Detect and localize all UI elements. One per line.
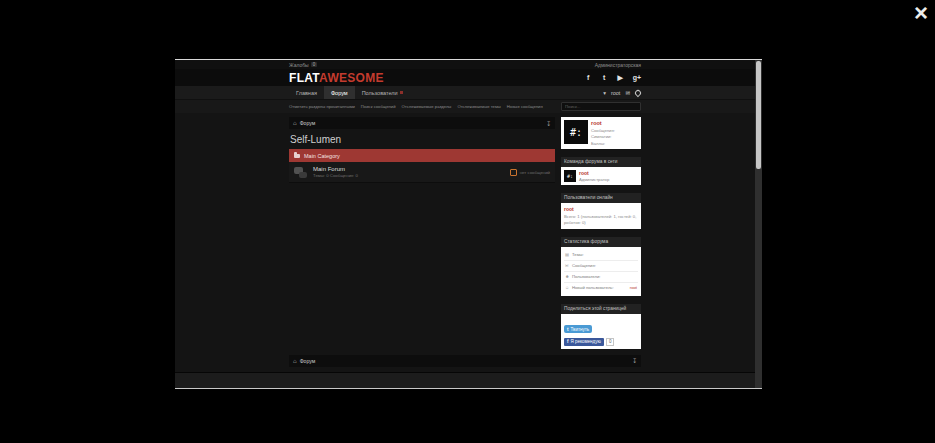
facebook-recommend-button[interactable]: f Я рекомендую [564,338,604,346]
share-icon[interactable]: ↧ [546,120,551,127]
share-page-card: t Твитнуть f Я рекомендую 0 [561,314,641,349]
visitor-messages-label: Сообщения: [591,128,615,133]
forum-link[interactable]: Main Forum [313,166,358,172]
user-menu[interactable]: root [611,90,620,96]
avatar[interactable]: #: [564,120,588,144]
online-username-link[interactable]: root [564,206,638,212]
staff-username-link[interactable]: root [579,170,609,176]
sub-navigation: Отметить разделы прочитанными Поиск сооб… [175,99,755,113]
topics-icon: ▤ [565,252,570,257]
share-page-header: Поделиться этой страницей [561,304,641,314]
visitor-likes-label: Симпатии: [591,134,615,139]
stat-row-users: ☻ Пользователи: [564,272,638,283]
facebook-share-count: 0 [606,338,615,346]
page-title: Self-Lumen [290,134,554,145]
forum-row[interactable]: Main Forum Темы: 0 Сообщения: 0 нет сооб… [289,162,555,183]
breadcrumb: ⌂ Форум ↧ [289,117,555,129]
new-posts-link[interactable]: Новые сообщения [507,104,543,109]
reports-link[interactable]: Жалобы [289,62,309,68]
googleplus-icon[interactable]: g+ [633,74,641,81]
site-logo[interactable]: FLATAWESOME [289,71,384,85]
facebook-button-label: Я рекомендую [571,339,601,344]
category-name: Main Category [304,153,340,159]
avatar[interactable]: #: [564,170,576,182]
twitter-icon[interactable]: t [601,74,608,81]
messages-icon: ✉ [565,263,570,268]
logo-awesome: AWESOME [319,71,384,85]
lastpost-label: нет сообщений [520,170,550,175]
scrollbar-thumb[interactable] [756,61,761,169]
location-icon[interactable] [634,88,642,96]
home-icon[interactable]: ⌂ [293,120,297,126]
users-online-card: root Всего: 1 (пользователей: 1, гостей:… [561,203,641,229]
stat-row-messages: ✉ Сообщения: [564,261,638,272]
users-online-header: Пользователи онлайн [561,193,641,203]
tweet-button[interactable]: t Твитнуть [564,325,592,333]
home-icon[interactable]: ⌂ [293,358,297,364]
watched-forums-link[interactable]: Отслеживаемые разделы [402,104,452,109]
stat-messages-label: Сообщения: [572,263,596,268]
stat-users-label: Пользователи: [572,274,601,279]
forum-stats-header: Статистика форума [561,237,641,247]
tab-home[interactable]: Главная [289,86,324,99]
stat-newest-user-link[interactable]: root [630,285,637,290]
forum-stats: Темы: 0 Сообщения: 0 [313,173,358,178]
tab-members-label: Пользователи [362,90,398,96]
stat-topics-label: Темы: [572,252,584,257]
staff-online-header: Команда форума в сети [561,157,641,167]
breadcrumb-bottom: ⌂ Форум ↧ [289,355,641,367]
forum-stats-card: ▤ Темы: ✉ Сообщения: ☻ Пользователи: [561,247,641,296]
forum-bubbles-icon [294,167,308,178]
breadcrumb-forum-link[interactable]: Форум [300,120,316,126]
no-posts-icon [510,169,517,176]
site-header: FLATAWESOME f t ▶ g+ [175,69,755,86]
stat-newest-user-label: Новый пользователь: [572,285,614,290]
admin-cp-link[interactable]: Администраторская [595,62,641,68]
facebook-icon: f [567,339,569,344]
visitor-username-link[interactable]: root [591,120,615,126]
main-content: ⌂ Форум ↧ Self-Lumen Main Category [289,113,641,388]
logo-flat: FLAT [289,71,319,85]
close-icon[interactable]: × [914,0,928,26]
share-icon[interactable]: ↧ [632,357,637,364]
youtube-icon[interactable]: ▶ [617,74,624,82]
category-header[interactable]: Main Category [289,149,555,162]
stat-row-newest-user: ☺ Новый пользователь: root [564,283,638,293]
sidebar: #: root Сообщения: Симпатии: Баллы: Кома… [561,117,641,349]
breadcrumb-forum-link[interactable]: Форум [300,358,316,364]
staff-role-label: Администратор [579,177,609,182]
moderator-bar: Жалобы 0 Администраторская [175,60,755,69]
search-input[interactable] [561,102,641,111]
search-posts-link[interactable]: Поиск сообщений [361,104,396,109]
folder-icon [294,154,300,158]
visitor-points-label: Баллы: [591,141,615,146]
members-dropdown-indicator [400,91,403,94]
forum-site-viewport: Жалобы 0 Администраторская FLATAWESOME f… [175,60,755,388]
forum-category: Main Category Main Forum Темы: 0 Сообщен… [289,149,555,183]
watched-threads-link[interactable]: Отслеживаемые темы [457,104,500,109]
chevron-down-icon: ▾ [603,90,606,96]
stat-row-topics: ▤ Темы: [564,250,638,261]
main-navigation: Главная Форум Пользователи ▾ root ✉ [175,86,755,99]
visitor-panel: #: root Сообщения: Симпатии: Баллы: [561,117,641,149]
inbox-icon[interactable]: ✉ [625,90,630,96]
new-user-icon: ☺ [565,285,570,290]
social-links: f t ▶ g+ [585,74,641,82]
mark-read-link[interactable]: Отметить разделы прочитанными [289,104,355,109]
twitter-icon: t [567,327,569,332]
staff-online-card: #: root Администратор [561,167,641,185]
users-icon: ☻ [565,274,570,279]
online-summary: Всего: 1 (пользователей: 1, гостей: 0, р… [564,214,638,226]
tweet-button-label: Твитнуть [571,327,590,332]
tab-forum[interactable]: Форум [324,86,355,99]
window-bottom-band [175,372,755,388]
browser-page: Жалобы 0 Администраторская FLATAWESOME f… [175,59,762,389]
tab-members[interactable]: Пользователи [355,86,410,99]
reports-count-badge: 0 [311,62,318,67]
scrollbar[interactable] [755,60,762,388]
facebook-icon[interactable]: f [585,74,592,81]
